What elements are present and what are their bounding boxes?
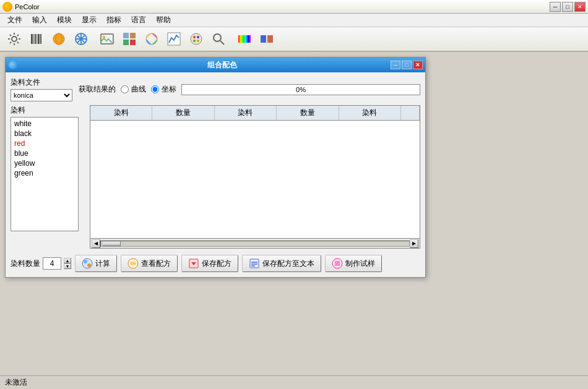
svg-point-33: [84, 260, 87, 263]
coord-radio[interactable]: [151, 85, 159, 93]
curve-radio[interactable]: [121, 85, 129, 93]
svg-point-23: [193, 36, 196, 38]
dye-label: 染料: [11, 105, 25, 116]
toolbar-sphere-button[interactable]: [48, 28, 69, 49]
svg-rect-1: [31, 34, 33, 44]
dialog-maximize-button[interactable]: □: [402, 61, 412, 69]
grid-icon: [122, 32, 137, 46]
options-section: 获取结果的 曲线 坐标 0%: [79, 84, 420, 95]
dye-item-yellow[interactable]: yellow: [12, 158, 77, 168]
app-icon: [2, 2, 12, 12]
save-formula-text-button[interactable]: 保存配方至文本: [242, 255, 321, 272]
maximize-button[interactable]: □: [562, 2, 573, 12]
dialog-title-buttons: ─ □ ✕: [391, 61, 423, 69]
menu-module[interactable]: 模块: [52, 14, 77, 27]
toolbar-search-button[interactable]: [208, 28, 229, 49]
dye-file-select[interactable]: konica: [11, 89, 72, 101]
dialog-content: 染料文件 konica 获取结果的 曲线 坐标: [6, 72, 425, 277]
menu-input[interactable]: 输入: [27, 14, 52, 27]
dye-item-green[interactable]: green: [12, 168, 77, 178]
scroll-right-button[interactable]: ▶: [410, 239, 418, 248]
toolbar-chart-button[interactable]: [163, 28, 184, 49]
dye-item-white[interactable]: white: [12, 119, 77, 129]
dye-file-section: 染料文件 konica: [11, 77, 72, 101]
dialog-minimize-button[interactable]: ─: [391, 61, 400, 69]
coord-label: 坐标: [162, 84, 176, 95]
make-sample-label: 制作试样: [345, 259, 375, 269]
results-table: 染料 数量 染料 数量 染料 ◀: [90, 105, 420, 249]
dialog-icon: [8, 61, 18, 69]
spin-up-button[interactable]: ▲: [64, 258, 71, 263]
view-formula-button[interactable]: 查看配方: [121, 255, 178, 272]
scroll-left-button[interactable]: ◀: [92, 239, 100, 248]
main-area: 组合配色 ─ □ ✕ 染料文件 konica 获取结果的: [0, 52, 588, 375]
calculate-icon: [82, 258, 93, 269]
svg-point-0: [12, 36, 17, 41]
star-icon: [74, 32, 89, 46]
view-formula-label: 查看配方: [141, 259, 171, 269]
dye-item-black[interactable]: black: [12, 129, 77, 139]
curve-label: 曲线: [131, 84, 146, 95]
search-icon: [211, 32, 226, 46]
toolbar-settings-button[interactable]: [4, 28, 25, 49]
make-sample-button[interactable]: 制作试样: [325, 255, 382, 272]
toolbar-grid-button[interactable]: [119, 28, 140, 49]
svg-rect-30: [261, 35, 266, 43]
save-formula-button[interactable]: 保存配方: [181, 255, 238, 272]
menu-display[interactable]: 显示: [77, 14, 102, 27]
horizontal-scrollbar[interactable]: ◀ ▶: [90, 238, 420, 248]
toolbar-scan-button[interactable]: [26, 28, 47, 49]
svg-rect-31: [267, 35, 273, 43]
dye-count-label: 染料数量: [11, 259, 40, 269]
close-button[interactable]: ✕: [574, 2, 586, 12]
table-body: [90, 121, 420, 238]
svg-point-15: [103, 36, 105, 38]
toolbar-colorblocks-button[interactable]: [256, 28, 277, 49]
menu-indicator[interactable]: 指标: [102, 14, 126, 27]
palette-icon: [189, 32, 204, 46]
dialog-title-bar: 组合配色 ─ □ ✕: [6, 58, 425, 72]
image-icon: [100, 32, 115, 46]
menu-help[interactable]: 帮助: [151, 14, 176, 27]
gear-icon: [7, 32, 22, 46]
svg-point-36: [130, 262, 136, 265]
svg-rect-39: [250, 259, 259, 268]
dye-count-input[interactable]: [43, 257, 61, 270]
svg-point-25: [193, 40, 196, 42]
dye-item-red[interactable]: red: [12, 139, 77, 148]
scrollbar-thumb[interactable]: [102, 241, 121, 246]
spin-down-button[interactable]: ▼: [64, 263, 71, 269]
calculate-label: 计算: [95, 259, 110, 269]
svg-rect-4: [37, 34, 37, 44]
table-header: 染料 数量 染料 数量 染料: [90, 106, 420, 121]
svg-rect-29: [238, 35, 251, 43]
toolbar-star-button[interactable]: [71, 28, 92, 49]
toolbar-colorwheel-button[interactable]: [141, 28, 162, 49]
svg-rect-16: [123, 33, 129, 38]
colorblocks-icon: [259, 32, 274, 46]
dye-item-blue[interactable]: blue: [12, 148, 77, 158]
dialog-close-button[interactable]: ✕: [413, 61, 423, 69]
menu-language[interactable]: 语言: [126, 14, 151, 27]
scrollbar-track[interactable]: [100, 241, 410, 247]
get-result-label: 获取结果的: [79, 84, 116, 95]
svg-point-26: [197, 40, 199, 42]
svg-point-34: [87, 263, 91, 267]
spin-buttons: ▲ ▼: [64, 258, 71, 269]
calculate-button[interactable]: 计算: [75, 255, 117, 272]
menu-file[interactable]: 文件: [2, 14, 27, 27]
dye-file-label: 染料文件: [11, 77, 72, 88]
col-qty1: 数量: [152, 106, 214, 120]
dye-list[interactable]: white black red blue yellow green: [11, 117, 79, 231]
toolbar-palette-button[interactable]: [186, 28, 207, 49]
svg-rect-3: [35, 34, 36, 44]
title-bar-buttons: ─ □ ✕: [550, 2, 586, 12]
col-overflow: [401, 106, 420, 120]
svg-point-22: [191, 33, 202, 45]
dye-section-header: 染料: [11, 105, 85, 116]
svg-rect-2: [33, 34, 34, 44]
minimize-button[interactable]: ─: [550, 2, 561, 12]
svg-rect-17: [130, 33, 136, 38]
toolbar-image-button[interactable]: [97, 28, 118, 49]
toolbar-spectrum-button[interactable]: [234, 28, 255, 49]
